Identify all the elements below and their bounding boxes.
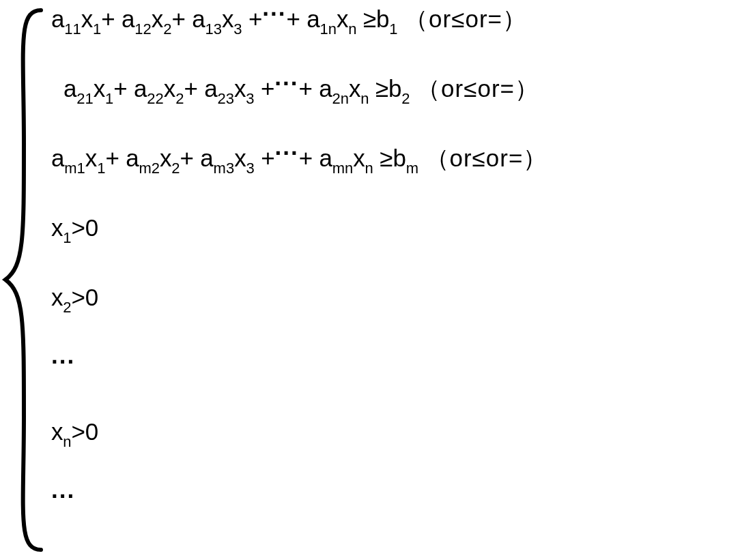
- var-x: x: [81, 5, 93, 32]
- nonneg-row-1: x1>0: [51, 216, 755, 244]
- equation-system: a11x1+ a12x2+ a13x3 +···+ a1nxn ≥b1 （or≤…: [0, 0, 755, 560]
- rhs-b: b: [376, 5, 389, 32]
- relation: ≥: [363, 5, 376, 32]
- system-lines: a11x1+ a12x2+ a13x3 +···+ a1nxn ≥b1 （or≤…: [48, 7, 755, 553]
- nonneg-row-n: xn>0: [51, 419, 755, 448]
- hdots: ···: [262, 0, 286, 27]
- relation-options: （or≤or=）: [404, 5, 527, 32]
- constraint-row-1: a11x1+ a12x2+ a13x3 +···+ a1nxn ≥b1 （or≤…: [51, 7, 755, 35]
- coef-a: a: [51, 5, 64, 32]
- constraint-row-2: a21x1+ a22x2+ a23x3 +···+ a2nxn ≥b2 （or≤…: [51, 76, 755, 105]
- ellipsis-row-2: ···: [51, 489, 755, 513]
- ellipsis-row-1: ···: [51, 355, 755, 379]
- plus-sign: +: [101, 5, 122, 32]
- left-brace: [0, 7, 48, 553]
- nonneg-row-2: x2>0: [51, 285, 755, 314]
- constraint-row-m: am1x1+ am2x2+ am3x3 +···+ amnxn ≥bm （or≤…: [51, 146, 755, 175]
